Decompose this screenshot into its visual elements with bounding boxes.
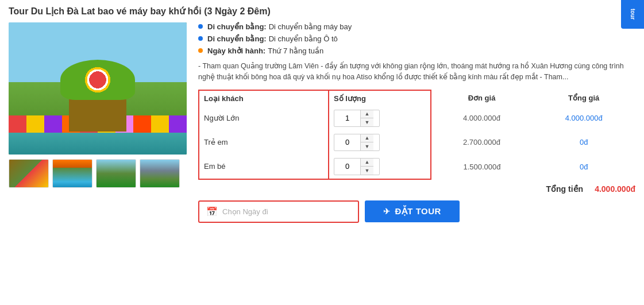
info-value-1: Di chuyển bằng máy bay <box>269 22 352 31</box>
total-amount: 4.000.000đ <box>595 184 635 194</box>
total-label: Tổng tiền <box>546 184 584 194</box>
cell-dongia-1: 2.700.000đ <box>431 130 533 155</box>
qty-input-0[interactable] <box>334 112 360 124</box>
corner-badge: tour <box>621 0 644 29</box>
qty-down-2[interactable]: ▼ <box>361 167 373 175</box>
header-loai-khach: Loại khách <box>199 90 329 106</box>
date-input-wrap[interactable]: 📅 Chọn Ngày đi <box>198 200 359 223</box>
booking-table: Loại khách Số lượng Đơn giá Tổng giá Ngư… <box>198 90 635 180</box>
thumbnail-2[interactable] <box>52 159 92 188</box>
calendar-icon: 📅 <box>206 206 218 217</box>
header-tong-gia: Tổng giá <box>533 90 635 106</box>
send-icon: ✈ <box>383 207 391 216</box>
info-label-2: Di chuyển bằng: <box>207 34 267 43</box>
info-value-3: Thứ 7 hằng tuần <box>268 47 323 55</box>
qty-down-0[interactable]: ▼ <box>361 118 373 126</box>
info-list: Di chuyển bằng:Di chuyển bằng máy bay Di… <box>198 22 635 55</box>
description-text: - Tham quan Quảng trường Lâm Viên - đầy … <box>198 61 635 83</box>
info-section: Di chuyển bằng:Di chuyển bằng máy bay Di… <box>198 22 635 223</box>
table-row: Em bé▲▼1.500.000đ0đ <box>199 155 635 179</box>
cell-dongia-2: 1.500.000đ <box>431 155 533 179</box>
cell-soluong-1[interactable]: ▲▼ <box>329 130 431 155</box>
qty-up-1[interactable]: ▲ <box>361 134 373 142</box>
cell-loai-0: Người Lớn <box>199 106 329 130</box>
thumbnail-row <box>9 159 187 188</box>
qty-down-1[interactable]: ▼ <box>361 142 373 150</box>
cell-loai-1: Trẻ em <box>199 130 329 155</box>
total-row: Tổng tiền 4.000.000đ <box>198 184 635 194</box>
info-item-2: Di chuyển bằng:Di chuyển bằng Ô tô <box>198 34 635 43</box>
qty-up-2[interactable]: ▲ <box>361 159 373 167</box>
bullet-icon-2 <box>198 36 203 41</box>
tour-title: Tour Du Lịch Đà Lat bao vé máy bay khứ h… <box>9 6 635 17</box>
cell-tonggia-1: 0đ <box>533 130 635 155</box>
bullet-icon-3 <box>198 48 203 53</box>
date-placeholder: Chọn Ngày đi <box>222 207 268 216</box>
info-label-1: Di chuyển bằng: <box>207 22 267 31</box>
thumbnail-4[interactable] <box>140 159 180 188</box>
thumbnail-1[interactable] <box>9 159 49 188</box>
info-item-3: Ngày khởi hành:Thứ 7 hằng tuần <box>198 47 635 55</box>
thumbnail-3[interactable] <box>96 159 136 188</box>
qty-input-2[interactable] <box>334 160 360 172</box>
qty-up-0[interactable]: ▲ <box>361 110 373 118</box>
info-item-1: Di chuyển bằng:Di chuyển bằng máy bay <box>198 22 635 31</box>
bullet-icon-1 <box>198 24 203 29</box>
qty-input-1[interactable] <box>334 136 360 148</box>
header-so-luong: Số lượng <box>329 90 431 106</box>
table-row: Trẻ em▲▼2.700.000đ0đ <box>199 130 635 155</box>
dat-tour-button[interactable]: ✈ ĐẶT TOUR <box>365 200 460 222</box>
table-row: Người Lớn▲▼4.000.000đ4.000.000đ <box>199 106 635 130</box>
cell-loai-2: Em bé <box>199 155 329 179</box>
dat-tour-label: ĐẶT TOUR <box>395 206 441 217</box>
header-don-gia: Đơn giá <box>431 90 533 106</box>
cell-soluong-2[interactable]: ▲▼ <box>329 155 431 179</box>
cell-tonggia-2: 0đ <box>533 155 635 179</box>
bottom-bar: 📅 Chọn Ngày đi ✈ ĐẶT TOUR <box>198 200 635 223</box>
cell-tonggia-0: 4.000.000đ <box>533 106 635 130</box>
main-image[interactable] <box>9 22 187 155</box>
cell-soluong-0[interactable]: ▲▼ <box>329 106 431 130</box>
info-value-2: Di chuyển bằng Ô tô <box>269 34 338 43</box>
info-label-3: Ngày khởi hành: <box>207 47 265 55</box>
image-section <box>9 22 187 223</box>
cell-dongia-0: 4.000.000đ <box>431 106 533 130</box>
